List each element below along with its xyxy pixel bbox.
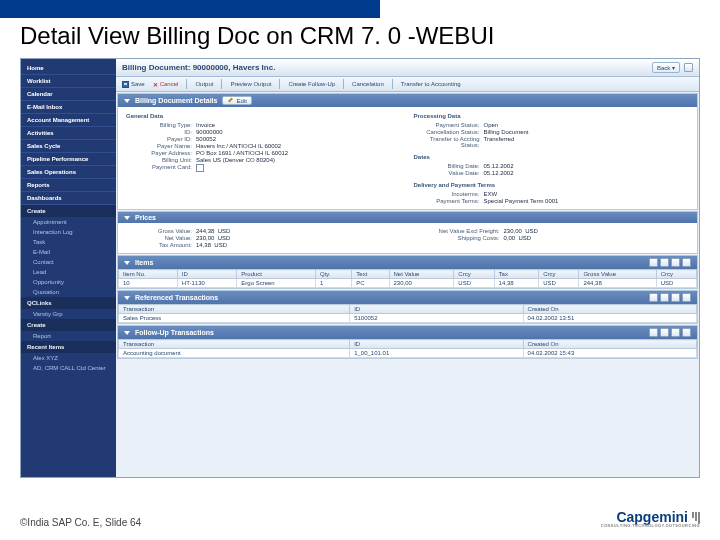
sidebar-item-pipeline-perf[interactable]: Pipeline Performance: [21, 153, 116, 166]
preview-output-button[interactable]: Preview Output: [230, 81, 271, 87]
logo-tagline: CONSULTING.TECHNOLOGY.OUTSOURCING: [601, 524, 700, 528]
page-title: Billing Document: 90000000, Havers Inc.: [122, 63, 275, 72]
sidebar-create-appointment[interactable]: Appointment: [21, 217, 116, 227]
table-header: Transaction ID Created On: [119, 305, 697, 314]
table-row[interactable]: 10 HT-1130 Ergo Screen 1 PC 230,00 USD 1…: [119, 279, 697, 288]
export-icon[interactable]: [660, 328, 669, 337]
personalize-icon[interactable]: [649, 293, 658, 302]
col-crcy1[interactable]: Crcy: [454, 270, 494, 279]
sidebar-item-sales-cycle[interactable]: Sales Cycle: [21, 140, 116, 153]
sidebar-item-calendar[interactable]: Calendar: [21, 88, 116, 101]
col-id[interactable]: ID: [350, 305, 523, 314]
col-transaction[interactable]: Transaction: [119, 340, 350, 349]
transfer-accounting-button[interactable]: Transfer to Accounting: [401, 81, 461, 87]
cancel-button[interactable]: ✕Cancel: [153, 81, 179, 88]
cell-id: 1_00_101.01: [350, 349, 523, 358]
sidebar-create-opportunity[interactable]: Opportunity: [21, 277, 116, 287]
table-row[interactable]: Sales Process 5100052 04.02.2002 13:51: [119, 314, 697, 323]
sidebar-create-report[interactable]: Report: [21, 331, 116, 341]
sidebar-item-dashboards[interactable]: Dashboards: [21, 192, 116, 205]
expand-icon[interactable]: [671, 328, 680, 337]
personalize-icon[interactable]: [649, 258, 658, 267]
chevron-down-icon[interactable]: [124, 215, 130, 221]
sidebar-item-home[interactable]: Home: [21, 62, 116, 75]
payer-addr-label: Payer Address:: [126, 150, 196, 156]
col-crcy3[interactable]: Crcy: [656, 270, 696, 279]
cell-tax: 14,38: [494, 279, 539, 288]
col-id[interactable]: ID: [177, 270, 236, 279]
sidebar-qclink-varsity[interactable]: Varsity Grp: [21, 309, 116, 319]
col-itemno[interactable]: Item No.: [119, 270, 178, 279]
col-createdon[interactable]: Created On: [523, 340, 696, 349]
export-icon[interactable]: [660, 293, 669, 302]
chevron-down-icon[interactable]: [124, 295, 130, 301]
output-button[interactable]: Output: [195, 81, 213, 87]
panel-followup: Follow-Up Transactions Transaction ID: [117, 325, 698, 359]
col-qty[interactable]: Qty.: [316, 270, 352, 279]
cell-createdon: 04.02.2002 13:51: [523, 314, 696, 323]
tax-label: Tax Amount:: [126, 242, 196, 248]
sidebar-item-account-mgmt[interactable]: Account Management: [21, 114, 116, 127]
save-button[interactable]: Save: [122, 81, 145, 88]
print-icon[interactable]: [682, 328, 691, 337]
cell-crcy3: USD: [656, 279, 696, 288]
col-createdon[interactable]: Created On: [523, 305, 696, 314]
col-id[interactable]: ID: [350, 340, 523, 349]
col-netvalue[interactable]: Net Value: [389, 270, 454, 279]
col-tax[interactable]: Tax: [494, 270, 539, 279]
payterms-value: Special Payment Term 0001: [484, 198, 690, 204]
expand-icon[interactable]: [671, 258, 680, 267]
billing-date-label: Billing Date:: [414, 163, 484, 169]
col-text[interactable]: Text: [352, 270, 389, 279]
col-product[interactable]: Product: [237, 270, 316, 279]
col-crcy2[interactable]: Crcy: [539, 270, 579, 279]
general-data-heading: General Data: [126, 113, 402, 119]
panel-prices-title: Prices: [135, 214, 156, 221]
payment-card-checkbox[interactable]: [196, 164, 204, 172]
payterms-label: Payment Terms:: [414, 198, 484, 204]
personalize-icon[interactable]: [649, 328, 658, 337]
sidebar-item-worklist[interactable]: Worklist: [21, 75, 116, 88]
cell-product: Ergo Screen: [237, 279, 316, 288]
sidebar-create-email[interactable]: E-Mail: [21, 247, 116, 257]
print-icon[interactable]: [682, 293, 691, 302]
crm-webui: Home Worklist Calendar E-Mail Inbox Acco…: [20, 58, 700, 478]
sidebar-create-contact[interactable]: Contact: [21, 257, 116, 267]
back-button[interactable]: Back ▾: [652, 62, 680, 73]
print-icon[interactable]: [682, 258, 691, 267]
edit-button[interactable]: Edit: [222, 96, 251, 105]
col-gross[interactable]: Gross Value: [579, 270, 656, 279]
cell-transaction: Accounting document: [119, 349, 350, 358]
sidebar-recent-1[interactable]: Alex XYZ: [21, 353, 116, 363]
incoterms-label: Incoterms:: [414, 191, 484, 197]
panel-details: Billing Document Details Edit General Da…: [117, 93, 698, 210]
sidebar-create-task[interactable]: Task: [21, 237, 116, 247]
cell-transaction: Sales Process: [119, 314, 350, 323]
panel-followup-title: Follow-Up Transactions: [135, 329, 214, 336]
sidebar-recent-2[interactable]: AD, CRM CALL Ctd Center: [21, 363, 116, 373]
panel-items: Items Item No. ID Product: [117, 255, 698, 289]
expand-icon[interactable]: [671, 293, 680, 302]
sidebar-create-quotation[interactable]: Quotation: [21, 287, 116, 297]
items-table: Item No. ID Product Qty. Text Net Value …: [118, 269, 697, 288]
chevron-down-icon[interactable]: [124, 330, 130, 336]
sidebar-item-reports[interactable]: Reports: [21, 179, 116, 192]
cancelation-button[interactable]: Cancelation: [352, 81, 384, 87]
create-followup-button[interactable]: Create Follow-Up: [288, 81, 335, 87]
export-icon[interactable]: [660, 258, 669, 267]
sidebar-create-lead[interactable]: Lead: [21, 267, 116, 277]
print-icon[interactable]: [684, 63, 693, 72]
sidebar-item-sales-ops[interactable]: Sales Operations: [21, 166, 116, 179]
payer-name-label: Payer Name:: [126, 143, 196, 149]
table-header: Transaction ID Created On: [119, 340, 697, 349]
payer-addr-value: PO Box 1691 / ANTIOCH IL 60012: [196, 150, 402, 156]
sidebar-create-interactionlog[interactable]: Interaction Log: [21, 227, 116, 237]
sidebar-item-email-inbox[interactable]: E-Mail Inbox: [21, 101, 116, 114]
toolbar: Save ✕Cancel Output Preview Output Creat…: [116, 77, 699, 92]
table-row[interactable]: Accounting document 1_00_101.01 04.02.20…: [119, 349, 697, 358]
sidebar-item-activities[interactable]: Activities: [21, 127, 116, 140]
pencil-icon: [227, 97, 234, 104]
col-transaction[interactable]: Transaction: [119, 305, 350, 314]
chevron-down-icon[interactable]: [124, 98, 130, 104]
chevron-down-icon[interactable]: [124, 260, 130, 266]
